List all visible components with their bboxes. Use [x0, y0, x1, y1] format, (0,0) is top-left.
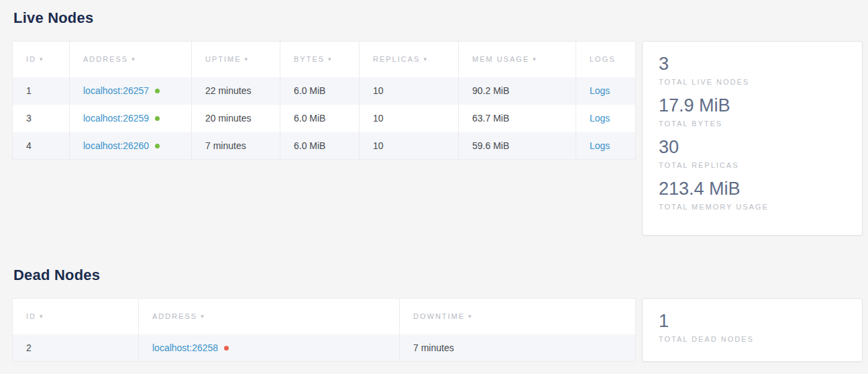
header-label: MEM USAGE — [472, 55, 529, 63]
stat-value: 17.9 MiB — [659, 95, 846, 117]
node-address-cell: localhost:26260 — [70, 132, 192, 160]
stat-label: TOTAL DEAD NODES — [659, 334, 846, 344]
node-address-cell: localhost:26257 — [70, 77, 192, 105]
node-logs-cell: Logs — [576, 132, 636, 160]
node-replicas-cell: 10 — [360, 77, 459, 105]
node-id-cell: 4 — [13, 132, 70, 160]
node-uptime-cell: 7 minutes — [192, 132, 280, 160]
dead-status-dot-icon — [224, 346, 229, 350]
stat-value: 1 — [659, 310, 846, 332]
stat-value: 30 — [659, 136, 846, 158]
sort-arrow-icon: ▾ — [245, 56, 250, 62]
sort-arrow-icon: ▾ — [328, 56, 333, 62]
node-bytes-cell: 6.0 MiB — [280, 132, 360, 160]
dead-header-downtime[interactable]: DOWNTIME▾ — [400, 299, 636, 334]
node-address-link[interactable]: localhost:26259 — [83, 113, 149, 124]
dead-header-id[interactable]: ID▾ — [13, 299, 139, 334]
sort-arrow-icon: ▾ — [201, 313, 205, 320]
node-address-cell: localhost:26259 — [70, 105, 192, 132]
dead-header-address[interactable]: ADDRESS▾ — [139, 299, 400, 334]
live-status-dot-icon — [155, 116, 160, 121]
live-nodes-table: ID▾ ADDRESS▾ UPTIME▾ BYTES▾ REPLICAS▾ ME… — [12, 41, 636, 160]
dead-nodes-title: Dead Nodes — [13, 267, 863, 284]
live-header-address[interactable]: ADDRESS▾ — [70, 42, 192, 77]
stat-value: 3 — [659, 53, 846, 75]
node-uptime-cell: 22 minutes — [192, 77, 280, 105]
live-nodes-section: ID▾ ADDRESS▾ UPTIME▾ BYTES▾ REPLICAS▾ ME… — [12, 41, 863, 236]
node-replicas-cell: 10 — [360, 132, 459, 160]
node-mem-usage-cell: 63.7 MiB — [459, 105, 576, 132]
summary-stat: 213.4 MiB TOTAL MEMORY USAGE — [659, 178, 846, 212]
live-header-uptime[interactable]: UPTIME▾ — [192, 42, 280, 77]
sort-arrow-icon: ▾ — [131, 56, 136, 62]
table-row: 1 localhost:26257 22 minutes 6.0 MiB 10 … — [13, 77, 636, 105]
live-header-bytes[interactable]: BYTES▾ — [280, 42, 360, 77]
header-label: ID — [26, 312, 36, 320]
sort-arrow-icon: ▾ — [40, 56, 44, 62]
node-logs-link[interactable]: Logs — [590, 113, 610, 124]
live-header-logs: LOGS — [576, 42, 636, 77]
live-status-dot-icon — [155, 89, 160, 93]
node-logs-cell: Logs — [576, 77, 636, 105]
node-mem-usage-cell: 90.2 MiB — [459, 77, 576, 105]
node-address-link[interactable]: localhost:26258 — [152, 342, 218, 353]
summary-stat: 30 TOTAL REPLICAS — [659, 136, 846, 171]
stat-label: TOTAL REPLICAS — [659, 160, 846, 171]
node-mem-usage-cell: 59.6 MiB — [459, 132, 576, 160]
summary-stat: 3 TOTAL LIVE NODES — [659, 53, 846, 87]
live-header-mem-usage[interactable]: MEM USAGE▾ — [459, 42, 576, 77]
stat-label: TOTAL BYTES — [659, 118, 846, 129]
dead-nodes-section: ID▾ ADDRESS▾ DOWNTIME▾ 2 localhost:26258… — [12, 298, 863, 362]
dead-table-header-row: ID▾ ADDRESS▾ DOWNTIME▾ — [13, 299, 636, 334]
live-nodes-summary-card: 3 TOTAL LIVE NODES 17.9 MiB TOTAL BYTES … — [642, 41, 863, 236]
node-downtime-cell: 7 minutes — [400, 334, 636, 362]
node-bytes-cell: 6.0 MiB — [280, 77, 360, 105]
sort-arrow-icon: ▾ — [423, 56, 428, 62]
dead-nodes-table: ID▾ ADDRESS▾ DOWNTIME▾ 2 localhost:26258… — [12, 298, 636, 362]
live-header-replicas[interactable]: REPLICAS▾ — [360, 42, 459, 77]
node-address-link[interactable]: localhost:26257 — [83, 85, 149, 96]
header-label: LOGS — [590, 55, 616, 63]
node-uptime-cell: 20 minutes — [192, 105, 280, 132]
header-label: UPTIME — [205, 55, 241, 63]
nodes-overview-page: Live Nodes ID▾ ADDRESS▾ UPTIME▾ BYTES▾ R… — [0, 9, 868, 362]
header-label: DOWNTIME — [413, 312, 465, 320]
node-address-link[interactable]: localhost:26260 — [83, 140, 149, 151]
node-replicas-cell: 10 — [360, 105, 459, 132]
live-header-id[interactable]: ID▾ — [13, 42, 70, 77]
sort-arrow-icon: ▾ — [468, 313, 473, 320]
sort-arrow-icon: ▾ — [40, 313, 44, 320]
live-nodes-title: Live Nodes — [13, 9, 863, 27]
table-row: 2 localhost:26258 7 minutes — [13, 334, 636, 362]
stat-label: TOTAL LIVE NODES — [659, 77, 846, 87]
header-label: ADDRESS — [152, 312, 197, 320]
summary-stat: 17.9 MiB TOTAL BYTES — [659, 95, 846, 129]
node-bytes-cell: 6.0 MiB — [280, 105, 360, 132]
header-label: ID — [26, 55, 36, 63]
stat-value: 213.4 MiB — [659, 178, 846, 200]
node-id-cell: 2 — [13, 334, 139, 362]
node-logs-cell: Logs — [576, 105, 636, 132]
header-label: ADDRESS — [83, 55, 128, 63]
sort-arrow-icon: ▾ — [533, 56, 537, 62]
node-logs-link[interactable]: Logs — [590, 85, 610, 96]
header-label: BYTES — [294, 55, 325, 63]
node-id-cell: 3 — [13, 105, 70, 132]
dead-nodes-summary-card: 1 TOTAL DEAD NODES — [642, 298, 863, 362]
table-row: 3 localhost:26259 20 minutes 6.0 MiB 10 … — [13, 105, 636, 132]
live-status-dot-icon — [155, 144, 160, 148]
stat-label: TOTAL MEMORY USAGE — [659, 201, 846, 212]
node-id-cell: 1 — [13, 77, 70, 105]
node-logs-link[interactable]: Logs — [590, 140, 610, 151]
live-table-header-row: ID▾ ADDRESS▾ UPTIME▾ BYTES▾ REPLICAS▾ ME… — [13, 42, 636, 77]
table-row: 4 localhost:26260 7 minutes 6.0 MiB 10 5… — [13, 132, 636, 160]
node-address-cell: localhost:26258 — [139, 334, 400, 362]
summary-stat: 1 TOTAL DEAD NODES — [659, 310, 846, 344]
header-label: REPLICAS — [373, 55, 420, 63]
